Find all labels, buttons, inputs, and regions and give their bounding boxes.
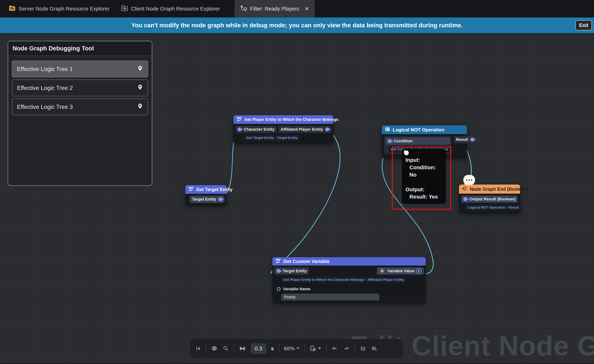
tooltip-spacer [405,179,442,186]
graph-end-icon [462,186,467,192]
width-resize-icon[interactable] [239,345,246,352]
tab-filter-ready-players[interactable]: Filter: Ready Players ✕ [234,0,315,17]
location-pin-icon[interactable] [137,65,143,73]
zoom-value: 60% [284,345,295,352]
skip-start-icon[interactable] [195,345,201,352]
connection-label: Get Player Entity to Which the Character… [281,276,406,283]
entity-search-icon [188,186,194,193]
debug-mode-banner: You can't modify the node graph while in… [0,17,594,33]
node-get-target-entity[interactable]: Get Target Entity Target Entity [185,185,226,205]
variable-name-label: Variable Name [283,287,310,291]
close-icon[interactable]: ✕ [304,6,309,12]
save-icon[interactable] [360,345,366,352]
search-icon[interactable] [222,345,229,352]
logic-tree-item-2[interactable]: Effective Logic Tree 2 [12,80,148,96]
node-get-custom-variable[interactable]: Get Custom Variable Target Entity Variab… [272,257,426,303]
node-graph-canvas[interactable]: Edit Client Node Graph Get Target Entity [0,33,594,364]
node-body: Target Entity [185,194,226,205]
comment-icon[interactable] [211,345,218,352]
node-body: Character Entity Affiliated Player Entit… [234,124,333,144]
entity-search-icon [236,116,242,123]
debug-value-tooltip: Input: Condition: No Output: Result: Yes [402,149,446,204]
tooltip-input-value: Condition: No [405,164,442,179]
node-body: Output Result (Boolean) Logical NOT Oper… [459,194,520,213]
node-title: Get Custom Variable [283,259,330,264]
cursor-icon [404,150,409,155]
output-port-icon[interactable] [325,127,329,131]
tooltip-output-value: Result: Yes [405,193,442,201]
output-port-row[interactable]: Result [454,136,476,143]
tab-client-node-graph[interactable]: Client Node Graph Resource Explorer [115,0,226,17]
port-label: Result [456,137,468,142]
variable-name-row: Variable Name [277,287,426,291]
tooltip-output-label: Output: [405,186,442,193]
input-port-row[interactable]: Character Entity [235,126,277,133]
toolbar-divider [206,344,206,353]
tree-item-label: Effective Logic Tree 1 [17,66,73,72]
tree-item-label: Effective Logic Tree 3 [17,104,73,110]
banner-message: You can't modify the node graph while in… [131,22,463,29]
logic-tree-item-1[interactable]: Effective Logic Tree 1 [12,61,148,77]
graph-monitor-icon [240,5,247,13]
toolbar-divider [279,344,279,353]
port-label: Character Entity [244,127,275,132]
node-body: Target Entity Variable Value Get Player … [272,266,426,303]
caret-down-icon [296,347,300,351]
output-port-row[interactable]: Target Entity [190,196,225,203]
bubble-dot [469,179,470,181]
tree-item-label: Effective Logic Tree 2 [17,85,73,91]
input-port-row[interactable]: Condition [385,137,450,145]
comment-bubble-icon[interactable] [463,175,475,187]
output-port-icon[interactable] [218,197,222,201]
undo-icon[interactable] [331,345,338,352]
output-port-icon[interactable] [470,138,474,142]
zoom-dropdown[interactable]: 60% [284,345,300,352]
speed-input[interactable]: 0.3 [251,343,266,354]
input-port-icon[interactable] [463,197,467,201]
location-pin-icon[interactable] [137,103,143,110]
input-port-icon[interactable] [277,269,280,273]
output-port-row[interactable]: Variable Value [377,267,424,275]
toolbar-divider [304,344,305,353]
playback-toolbar: 0.3 s 60% [190,339,403,358]
connection-label: Get Target Entity - Target Entity [244,135,300,141]
input-port-row[interactable]: Output Result (Boolean) [461,195,518,203]
input-port-row[interactable]: Target Entity [274,267,309,275]
bubble-dot [466,179,467,181]
node-header: Get Target Entity [185,185,226,194]
gear-icon[interactable] [379,268,385,274]
tab-server-node-graph[interactable]: Server Node Graph Resource Explorer [3,0,115,17]
port-label: Output Result (Boolean) [470,197,516,202]
toolbar-divider [234,344,234,353]
port-label: Target Entity [283,269,307,273]
save-export-icon[interactable] [371,345,378,352]
port-label: Target Entity [192,197,216,202]
node-title: Get Player Entity to Which the Character… [244,117,338,122]
tab-label: Server Node Graph Resource Explorer [19,6,109,12]
node-graph-end[interactable]: Node Graph End (Boolean) Output Result (… [459,185,520,213]
connection-label: Logical NOT Operation - Result [466,204,521,211]
logic-tree-list: Effective Logic Tree 1 Effective Logic T… [8,56,152,120]
redo-icon[interactable] [343,345,350,352]
toolbar-divider [326,344,326,353]
port-label: Affiliated Player Entity [280,127,323,132]
toolbar-divider [355,344,355,353]
node-header: Get Custom Variable [272,257,426,266]
variable-name-input[interactable]: Ready [281,294,379,301]
logic-tree-item-3[interactable]: Effective Logic Tree 3 [12,98,148,115]
variable-port-icon[interactable] [277,287,280,291]
input-port-icon[interactable] [388,139,392,143]
folder-graph-icon [121,5,128,13]
node-get-player-entity[interactable]: Get Player Entity to Which the Character… [234,115,333,144]
calculator-icon [385,127,390,133]
tab-label: Filter: Ready Players [250,6,299,12]
history-dropdown[interactable] [310,345,321,352]
entity-search-icon [275,258,281,265]
speed-unit-label: s [271,346,274,351]
input-port-icon[interactable] [237,127,242,131]
output-port-ring-icon[interactable] [418,270,420,272]
location-pin-icon[interactable] [137,84,143,92]
output-port-row[interactable]: Affiliated Player Entity [278,126,331,133]
port-label: Variable Value [387,269,414,273]
exit-button[interactable]: Exit [575,20,592,30]
